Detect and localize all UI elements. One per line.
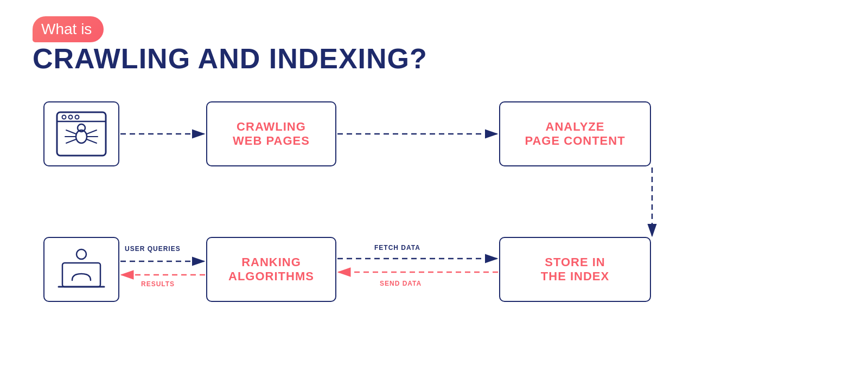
page-container: What is CRAWLING AND INDEXING? <box>0 0 868 367</box>
arrows-svg <box>33 91 835 351</box>
what-is-badge: What is <box>33 16 104 42</box>
fetch-data-label: FETCH DATA <box>374 244 420 252</box>
main-title: CRAWLING AND INDEXING? <box>33 43 835 74</box>
header-section: What is CRAWLING AND INDEXING? <box>33 16 835 74</box>
diagram: CRAWLINGWEB PAGES ANALYZEPAGE CONTENT RA… <box>33 91 835 351</box>
user-queries-label: USER QUERIES <box>125 245 181 253</box>
results-label: RESULTS <box>141 280 175 288</box>
send-data-label: SEND DATA <box>380 280 422 287</box>
